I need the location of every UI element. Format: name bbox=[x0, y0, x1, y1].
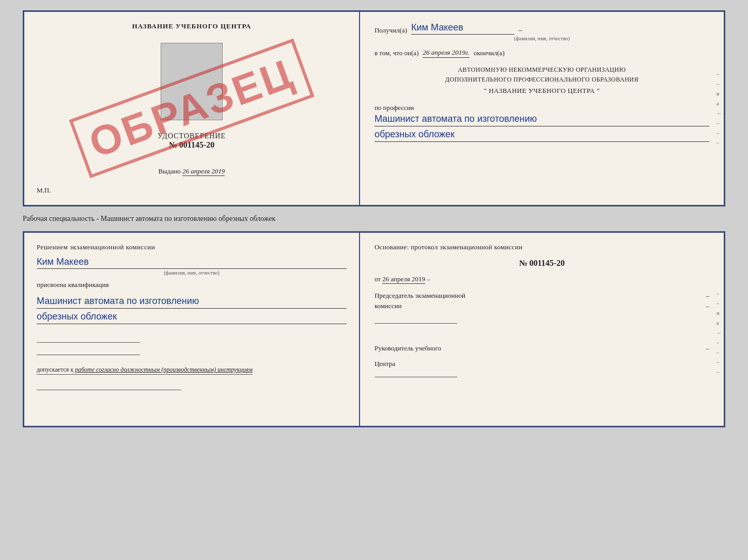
vydano-line: Выдано 26 апреля 2019 bbox=[159, 167, 225, 175]
profession-block: по профессии Машинист автомата по изгото… bbox=[375, 104, 709, 142]
poluchil-label: Получил(а) bbox=[375, 26, 407, 35]
blank-line-2 bbox=[37, 346, 140, 355]
dash-pred-1: – bbox=[706, 291, 709, 301]
vtom-label: в том, что он(а) bbox=[375, 49, 419, 57]
protocol-number: № 001145-20 bbox=[375, 259, 709, 268]
dopuskaetsya-label: допускается к работе согласно должностны… bbox=[37, 366, 253, 375]
osnovaniye-text: Основание: протокол экзаменационной коми… bbox=[375, 243, 709, 251]
fio-caption-bottom: (фамилия, имя, отчество) bbox=[37, 270, 347, 276]
dash-ruk-1: – bbox=[706, 343, 709, 354]
edge-b-dash-1: – bbox=[716, 291, 722, 296]
udostoverenie-block: УДОСТОВЕРЕНИЕ № 001145-20 bbox=[158, 132, 226, 150]
right-edge-marks-bottom: – – и а ← – – – – bbox=[716, 291, 724, 375]
qualification-line1: Машинист автомата по изготовлению bbox=[37, 294, 347, 309]
edge-dash-2: – bbox=[716, 81, 722, 87]
mp-line: М.П. bbox=[37, 186, 51, 195]
fio-caption-top: (фамилия, имя, отчество) bbox=[375, 36, 709, 41]
certificate-bottom: Решением экзаменационной комиссии Ким Ма… bbox=[23, 231, 725, 427]
photo-placeholder bbox=[161, 43, 223, 120]
cert-right-panel: Получил(а) Ким Макеев – (фамилия, имя, о… bbox=[360, 12, 724, 205]
dash-pred-2: – bbox=[706, 301, 709, 311]
rukovoditel-block: Руководитель учебного – Центра bbox=[375, 338, 709, 379]
edge-dash-1: – bbox=[716, 71, 722, 77]
school-name-top: НАЗВАНИЕ УЧЕБНОГО ЦЕНТРА bbox=[132, 22, 252, 30]
document-container: НАЗВАНИЕ УЧЕБНОГО ЦЕНТРА УДОСТОВЕРЕНИЕ №… bbox=[23, 10, 725, 427]
ot-label: от bbox=[375, 275, 381, 283]
org-name: " НАЗВАНИЕ УЧЕБНОГО ЦЕНТРА " bbox=[375, 86, 709, 97]
edge-b-dash-4: – bbox=[716, 349, 722, 355]
cert-left-panel: НАЗВАНИЕ УЧЕБНОГО ЦЕНТРА УДОСТОВЕРЕНИЕ №… bbox=[24, 12, 360, 205]
dash-right-date: – bbox=[427, 275, 430, 283]
poluchil-line: Получил(а) Ким Макеев – bbox=[375, 22, 709, 35]
predsedatel-signature-line bbox=[375, 323, 457, 324]
predsedatel-line1: Председатель экзаменационной – bbox=[375, 291, 709, 301]
edge-b-i: и bbox=[716, 310, 722, 316]
edge-dash-5: – bbox=[716, 140, 722, 146]
qualification-block: Машинист автомата по изготовлению обрезн… bbox=[37, 294, 347, 324]
vydano-date: 26 апреля 2019 bbox=[182, 167, 225, 176]
resheniem-title: Решением экзаменационной комиссии bbox=[37, 243, 347, 251]
protocol-date: 26 апреля 2019 bbox=[382, 275, 425, 284]
profession-line2: обрезных обложек bbox=[375, 127, 709, 142]
edge-dash-arrow: ← bbox=[716, 110, 722, 116]
bottom-right-panel: Основание: протокол экзаменационной коми… bbox=[360, 233, 724, 426]
bottom-left-panel: Решением экзаменационной комиссии Ким Ма… bbox=[24, 233, 360, 426]
dopuskaetsya-text: допускается к bbox=[37, 366, 73, 373]
prisvoena-label: присвоена квалификация bbox=[37, 281, 347, 289]
komissia-name-block: Ким Макеев (фамилия, имя, отчество) bbox=[37, 257, 347, 276]
dopuskaetsya-block: допускается к работе согласно должностны… bbox=[37, 364, 347, 374]
org-line1: АВТОНОМНУЮ НЕКОММЕРЧЕСКУЮ ОРГАНИЗАЦИЮ bbox=[375, 65, 709, 75]
udostoverenie-title: УДОСТОВЕРЕНИЕ bbox=[158, 132, 226, 140]
vtom-line: в том, что он(а) 26 апреля 2019г. окончи… bbox=[375, 49, 709, 58]
separator-text: Рабочая специальность - Машинист автомат… bbox=[23, 213, 725, 225]
edge-b-dash-2: – bbox=[716, 300, 722, 306]
predsedatel-line2: комиссии – bbox=[375, 301, 709, 311]
qualification-line2: обрезных обложек bbox=[37, 310, 347, 324]
completion-date: 26 апреля 2019г. bbox=[423, 49, 469, 58]
right-edge-marks: – – и а ← – – – bbox=[716, 71, 724, 146]
blank-line-1 bbox=[37, 333, 140, 343]
org-line2: ДОПОЛНИТЕЛЬНОГО ПРОФЕССИОНАЛЬНОГО ОБРАЗО… bbox=[375, 75, 709, 85]
rukovoditel-line2: Центра bbox=[375, 359, 709, 369]
po-professii-label: по профессии bbox=[375, 104, 709, 112]
blank-line-3 bbox=[37, 381, 181, 390]
edge-b-dash-6: – bbox=[716, 369, 722, 375]
vydano-label: Выдано bbox=[159, 167, 181, 175]
edge-dash-i: и bbox=[716, 91, 722, 97]
bottom-blank-lines bbox=[37, 333, 347, 355]
edge-b-dash-5: – bbox=[716, 359, 722, 365]
komissia-name: Ким Макеев bbox=[37, 257, 347, 269]
edge-dash-a: а bbox=[716, 101, 722, 106]
certificate-top: НАЗВАНИЕ УЧЕБНОГО ЦЕНТРА УДОСТОВЕРЕНИЕ №… bbox=[23, 10, 725, 206]
edge-dash-3: – bbox=[716, 120, 722, 126]
rukovoditel-line1: Руководитель учебного – bbox=[375, 343, 709, 354]
protocol-date-block: от 26 апреля 2019 – bbox=[375, 275, 709, 283]
okonchil-label: окончил(а) bbox=[474, 49, 505, 57]
recipient-name: Ким Макеев bbox=[411, 22, 515, 35]
rukovoditel-signature-line bbox=[375, 377, 457, 377]
edge-dash-4: – bbox=[716, 130, 722, 136]
edge-b-dash-3: – bbox=[716, 340, 722, 345]
dash-after-name: – bbox=[519, 26, 522, 35]
cert-number-top: № 001145-20 bbox=[158, 140, 226, 150]
dopuskaetsya-value: работе согласно должностным (производств… bbox=[75, 366, 253, 373]
profession-line1: Машинист автомата по изготовлению bbox=[375, 112, 709, 126]
poluchil-block: Получил(а) Ким Макеев – (фамилия, имя, о… bbox=[375, 22, 709, 41]
predsedatel-block: Председатель экзаменационной – комиссии … bbox=[375, 291, 709, 324]
edge-b-a: а bbox=[716, 320, 722, 326]
org-block: АВТОНОМНУЮ НЕКОММЕРЧЕСКУЮ ОРГАНИЗАЦИЮ ДО… bbox=[375, 65, 709, 97]
edge-b-arrow: ← bbox=[716, 330, 722, 335]
